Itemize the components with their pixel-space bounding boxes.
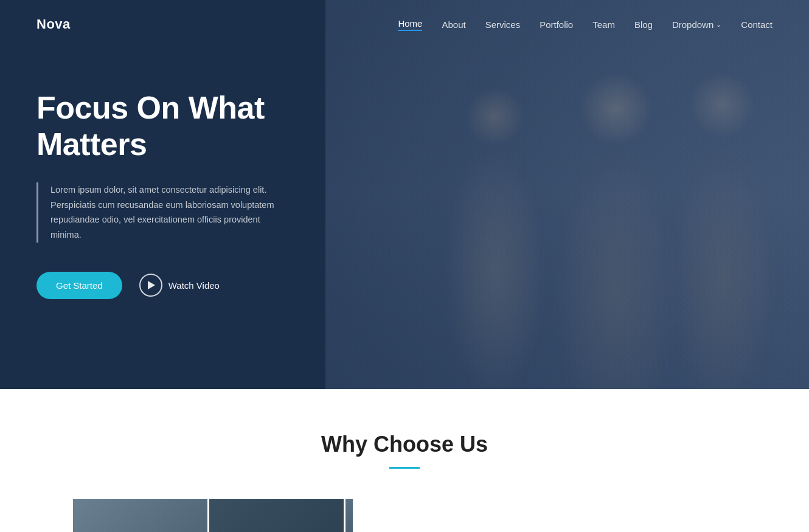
nav-about[interactable]: About	[442, 19, 465, 30]
thumbnail-image-3	[345, 499, 353, 532]
thumbnail-image-2	[209, 499, 345, 532]
brand-logo[interactable]: Nova	[36, 16, 158, 32]
nav-blog[interactable]: Blog	[634, 19, 653, 30]
nav-home[interactable]: Home	[398, 18, 422, 31]
section-divider	[389, 467, 420, 469]
nav-links: Home About Services Portfolio Team Blog …	[398, 18, 773, 31]
nav-team[interactable]: Team	[592, 19, 615, 30]
play-triangle-icon	[148, 281, 155, 289]
hero-image-overlay	[325, 0, 809, 389]
nav-portfolio[interactable]: Portfolio	[540, 19, 573, 30]
nav-contact[interactable]: Contact	[741, 19, 773, 30]
play-icon	[139, 274, 162, 297]
hero-image-panel	[325, 0, 809, 389]
thumbnail-image-1	[73, 499, 209, 532]
hero-title: Focus On What Matters	[36, 90, 289, 163]
why-choose-us-section: Why Choose Us	[0, 389, 809, 532]
hero-left-panel: Focus On What Matters Lorem ipsum dolor,…	[0, 0, 325, 389]
navigation: Nova Home About Services Portfolio Team …	[0, 0, 809, 49]
hero-section: Nova Home About Services Portfolio Team …	[0, 0, 809, 389]
hero-description: Lorem ipsum dolor, sit amet consectetur …	[50, 182, 289, 243]
watch-video-button[interactable]: Watch Video	[139, 274, 220, 297]
chevron-down-icon: ⌄	[716, 21, 721, 29]
why-choose-us-title: Why Choose Us	[36, 432, 773, 457]
nav-services[interactable]: Services	[485, 19, 521, 30]
hero-blockquote: Lorem ipsum dolor, sit amet consectetur …	[36, 182, 289, 243]
nav-dropdown-label: Dropdown	[672, 19, 714, 30]
get-started-button[interactable]: Get Started	[36, 272, 122, 299]
watch-video-label: Watch Video	[168, 280, 220, 291]
hero-actions: Get Started Watch Video	[36, 272, 289, 299]
nav-dropdown[interactable]: Dropdown ⌄	[672, 19, 721, 30]
